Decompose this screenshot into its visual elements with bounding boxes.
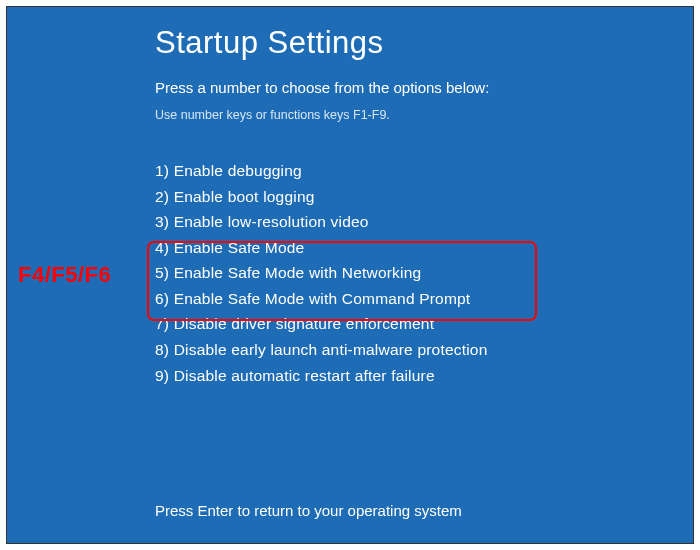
option-1-debugging[interactable]: 1) Enable debugging <box>155 158 693 184</box>
options-list: 1) Enable debugging 2) Enable boot loggi… <box>155 158 693 388</box>
hint-text: Use number keys or functions keys F1-F9. <box>155 108 693 122</box>
startup-settings-screen: Startup Settings Press a number to choos… <box>6 6 694 544</box>
footer-instruction: Press Enter to return to your operating … <box>155 502 462 519</box>
option-5-safe-mode-networking[interactable]: 5) Enable Safe Mode with Networking <box>155 260 693 286</box>
option-4-safe-mode[interactable]: 4) Enable Safe Mode <box>155 235 693 261</box>
option-6-safe-mode-command-prompt[interactable]: 6) Enable Safe Mode with Command Prompt <box>155 286 693 312</box>
page-title: Startup Settings <box>155 25 693 61</box>
option-2-boot-logging[interactable]: 2) Enable boot logging <box>155 184 693 210</box>
option-7-disable-driver-signature[interactable]: 7) Disable driver signature enforcement <box>155 311 693 337</box>
instruction-text: Press a number to choose from the option… <box>155 79 693 96</box>
option-3-low-resolution[interactable]: 3) Enable low-resolution video <box>155 209 693 235</box>
option-9-disable-auto-restart[interactable]: 9) Disable automatic restart after failu… <box>155 363 693 389</box>
option-8-disable-anti-malware[interactable]: 8) Disable early launch anti-malware pro… <box>155 337 693 363</box>
annotation-label: F4/F5/F6 <box>18 262 111 288</box>
